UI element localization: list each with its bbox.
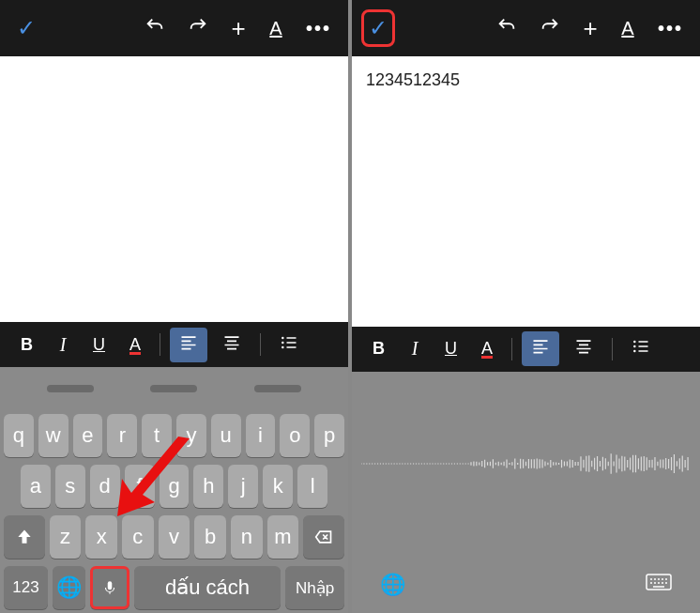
numbers-key[interactable]: 123: [4, 566, 48, 609]
key-e[interactable]: e: [73, 414, 103, 457]
keyboard-icon[interactable]: [646, 574, 672, 596]
svg-point-4: [633, 341, 636, 344]
redo-icon[interactable]: [180, 8, 216, 49]
italic-button[interactable]: I: [400, 332, 430, 365]
key-h[interactable]: h: [193, 465, 223, 508]
format-bar: B I U A: [352, 327, 700, 372]
waveform: [352, 372, 700, 558]
key-row-4: 123 🌐 dấu cách Nhập: [0, 562, 348, 613]
key-m[interactable]: m: [267, 515, 299, 559]
underline-button[interactable]: U: [435, 333, 466, 364]
document-area[interactable]: [0, 56, 348, 322]
key-w[interactable]: w: [38, 414, 68, 457]
globe-key[interactable]: 🌐: [53, 566, 85, 609]
document-area[interactable]: 1234512345: [352, 56, 700, 327]
undo-icon[interactable]: [137, 8, 173, 49]
done-check-icon[interactable]: ✓: [9, 9, 43, 47]
mic-key[interactable]: [90, 566, 129, 609]
key-s[interactable]: s: [55, 465, 85, 508]
key-d[interactable]: d: [90, 465, 120, 508]
key-q[interactable]: q: [4, 414, 34, 457]
list-button[interactable]: [270, 328, 308, 362]
undo-icon[interactable]: [489, 8, 525, 49]
align-left-button[interactable]: [522, 331, 559, 366]
svg-rect-3: [108, 581, 113, 590]
more-icon[interactable]: •••: [650, 10, 691, 47]
left-pane: ✓ + A ••• B I U A qwertyuiop asdfghjkl z…: [0, 0, 348, 613]
align-center-button[interactable]: [565, 331, 602, 366]
format-bar: B I U A: [0, 322, 348, 367]
svg-point-6: [633, 350, 636, 353]
more-icon[interactable]: •••: [298, 10, 339, 47]
key-k[interactable]: k: [263, 465, 293, 508]
backspace-key[interactable]: [303, 515, 344, 559]
space-key[interactable]: dấu cách: [134, 566, 282, 609]
key-o[interactable]: o: [280, 414, 310, 457]
key-y[interactable]: y: [176, 414, 206, 457]
add-icon[interactable]: +: [223, 7, 253, 51]
svg-point-1: [282, 341, 284, 344]
key-row-3: zxcvbnm: [0, 512, 348, 562]
redo-icon[interactable]: [532, 8, 568, 49]
text-format-icon[interactable]: A: [261, 10, 291, 47]
key-row-1: qwertyuiop: [0, 410, 348, 461]
align-center-button[interactable]: [213, 328, 251, 362]
shift-key[interactable]: [4, 515, 45, 559]
svg-point-2: [282, 345, 284, 348]
list-button[interactable]: [622, 331, 660, 366]
key-i[interactable]: i: [246, 414, 276, 457]
add-icon[interactable]: +: [575, 7, 605, 51]
key-v[interactable]: v: [159, 515, 190, 559]
key-n[interactable]: n: [231, 515, 263, 559]
suggestion-bar: [0, 367, 348, 410]
key-u[interactable]: u: [211, 414, 241, 457]
key-l[interactable]: l: [297, 465, 327, 508]
key-b[interactable]: b: [194, 515, 226, 559]
underline-button[interactable]: U: [84, 329, 114, 360]
key-z[interactable]: z: [50, 515, 82, 559]
globe-icon[interactable]: 🌐: [380, 573, 405, 597]
key-p[interactable]: p: [314, 414, 344, 457]
bold-button[interactable]: B: [11, 329, 42, 360]
key-row-2: asdfghjkl: [0, 461, 348, 512]
key-x[interactable]: x: [85, 515, 117, 559]
voice-input-panel: 🌐: [352, 372, 700, 614]
svg-point-5: [633, 345, 636, 348]
text-color-button[interactable]: A: [120, 329, 150, 360]
key-j[interactable]: j: [228, 465, 258, 508]
topbar: ✓ + A •••: [0, 0, 348, 56]
key-g[interactable]: g: [160, 465, 190, 508]
right-pane: ✓ + A ••• 1234512345 B I U A 🌐: [352, 0, 700, 613]
key-r[interactable]: r: [107, 414, 137, 457]
key-f[interactable]: f: [125, 465, 155, 508]
keyboard: qwertyuiop asdfghjkl zxcvbnm 123 🌐 dấu c…: [0, 367, 348, 613]
key-a[interactable]: a: [21, 465, 51, 508]
align-left-button[interactable]: [170, 328, 207, 362]
key-c[interactable]: c: [122, 515, 154, 559]
text-format-icon[interactable]: A: [613, 10, 643, 47]
key-t[interactable]: t: [142, 414, 172, 457]
italic-button[interactable]: I: [48, 329, 78, 361]
enter-key[interactable]: Nhập: [285, 566, 344, 609]
voice-bottom-bar: 🌐: [352, 557, 700, 613]
text-color-button[interactable]: A: [472, 333, 502, 364]
bold-button[interactable]: B: [363, 333, 394, 364]
svg-point-0: [282, 336, 284, 339]
done-check-icon[interactable]: ✓: [361, 9, 395, 47]
topbar: ✓ + A •••: [352, 0, 700, 56]
